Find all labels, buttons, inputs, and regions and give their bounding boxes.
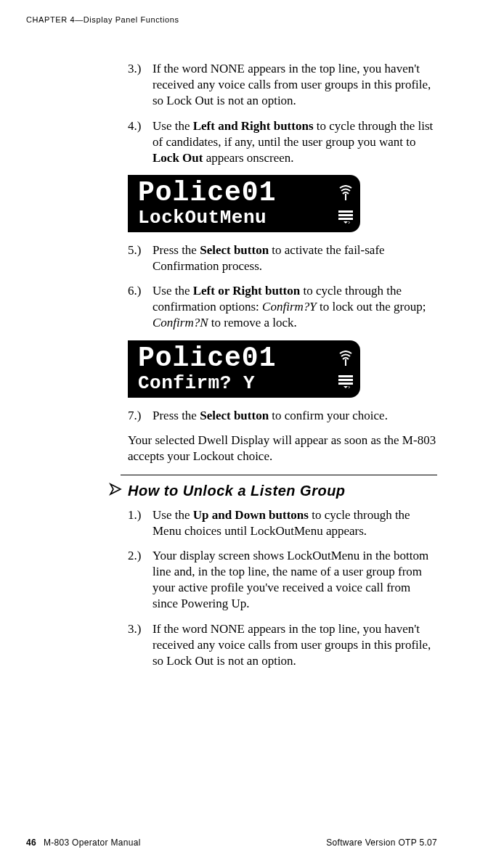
- svg-rect-7: [338, 382, 353, 385]
- step-6: 6.) Use the Left or Right button to cycl…: [128, 283, 437, 331]
- page-footer: 46M-803 Operator Manual Software Version…: [26, 838, 437, 849]
- section-divider: [121, 475, 437, 475]
- svg-rect-3: [338, 218, 353, 220]
- step-7: 7.) Press the Select button to confirm y…: [128, 408, 437, 424]
- svg-rect-1: [338, 210, 353, 213]
- step-5: 5.) Press the Select button to activate …: [128, 242, 437, 274]
- lcd-line2: LockOutMenu: [138, 207, 334, 229]
- summary-paragraph: Your selected Dwell Display will appear …: [128, 433, 437, 464]
- italic-text: Confirm?Y: [262, 300, 317, 314]
- manual-title: M-803 Operator Manual: [44, 838, 141, 848]
- lcd-text: Police01 LockOutMenu: [138, 179, 334, 229]
- bold-text: Up and Down buttons: [193, 508, 309, 522]
- step-text: If the word NONE appears in the top line…: [152, 621, 437, 669]
- footer-right: Software Version OTP 5.07: [326, 838, 437, 849]
- svg-rect-6: [338, 379, 353, 381]
- speaker-icon: [338, 210, 353, 224]
- step-text: Press the Select button to activate the …: [152, 242, 437, 274]
- step-3: 3.) If the word NONE appears in the top …: [128, 61, 437, 109]
- svg-rect-2: [338, 214, 353, 216]
- text-fragment: Press the: [152, 409, 200, 422]
- page-number: 46: [26, 838, 36, 848]
- bold-text: Left and Right buttons: [193, 119, 314, 133]
- unlock-step-3: 3.) If the word NONE appears in the top …: [128, 621, 437, 669]
- step-text: Use the Up and Down buttons to cycle thr…: [152, 507, 437, 539]
- step-text: Your display screen shows LockOutMenu in…: [152, 548, 437, 612]
- italic-text: Confirm?N: [152, 316, 208, 329]
- lcd-line2: Confirm? Y: [138, 372, 334, 395]
- bold-text: Select button: [200, 243, 269, 257]
- step-4: 4.) Use the Left and Right buttons to cy…: [128, 118, 437, 166]
- lcd-line1: Police01: [138, 345, 334, 372]
- step-number: 3.): [128, 621, 152, 669]
- lcd-status-icons: [334, 345, 353, 395]
- step-number: 5.): [128, 242, 152, 274]
- bold-text: Left or Right button: [193, 284, 301, 298]
- lcd-display-lockoutmenu: Police01 LockOutMenu: [128, 175, 360, 232]
- signal-icon: [338, 351, 353, 367]
- lcd-text: Police01 Confirm? Y: [138, 345, 334, 395]
- signal-icon: [338, 185, 353, 201]
- text-fragment: Use the: [152, 508, 193, 522]
- section-heading: How to Unlock a Listen Group: [128, 481, 437, 500]
- svg-rect-4: [345, 359, 346, 366]
- lcd-status-icons: [334, 179, 353, 229]
- step-text: Use the Left or Right button to cycle th…: [152, 283, 437, 331]
- text-fragment: to confirm your choice.: [269, 409, 388, 422]
- text-fragment: to remove a lock.: [208, 316, 297, 329]
- step-text: Use the Left and Right buttons to cycle …: [152, 118, 437, 166]
- text-fragment: appears onscreen.: [203, 151, 293, 165]
- step-number: 1.): [128, 507, 152, 539]
- running-head: CHAPTER 4—Display Panel Functions: [26, 15, 437, 25]
- step-number: 3.): [128, 61, 152, 109]
- unlock-step-1: 1.) Use the Up and Down buttons to cycle…: [128, 507, 437, 539]
- bold-text: Select button: [200, 409, 269, 422]
- speaker-icon: [338, 375, 353, 388]
- text-fragment: to lock out the group;: [317, 300, 426, 314]
- lcd-display-confirm: Police01 Confirm? Y: [128, 340, 360, 398]
- arrow-icon: [109, 481, 123, 500]
- step-number: 7.): [128, 408, 152, 424]
- text-fragment: Use the: [152, 119, 193, 133]
- svg-rect-5: [338, 375, 353, 377]
- text-fragment: Press the: [152, 243, 200, 257]
- unlock-step-2: 2.) Your display screen shows LockOutMen…: [128, 548, 437, 612]
- lcd-line1: Police01: [138, 179, 334, 207]
- step-number: 6.): [128, 283, 152, 331]
- step-number: 4.): [128, 118, 152, 166]
- bold-text: Lock Out: [152, 151, 203, 165]
- svg-rect-0: [345, 194, 346, 200]
- footer-left: 46M-803 Operator Manual: [26, 838, 141, 849]
- section-title: How to Unlock a Listen Group: [128, 481, 346, 500]
- step-text: If the word NONE appears in the top line…: [152, 61, 437, 109]
- step-text: Press the Select button to confirm your …: [152, 408, 437, 424]
- text-fragment: Use the: [152, 284, 193, 298]
- step-number: 2.): [128, 548, 152, 612]
